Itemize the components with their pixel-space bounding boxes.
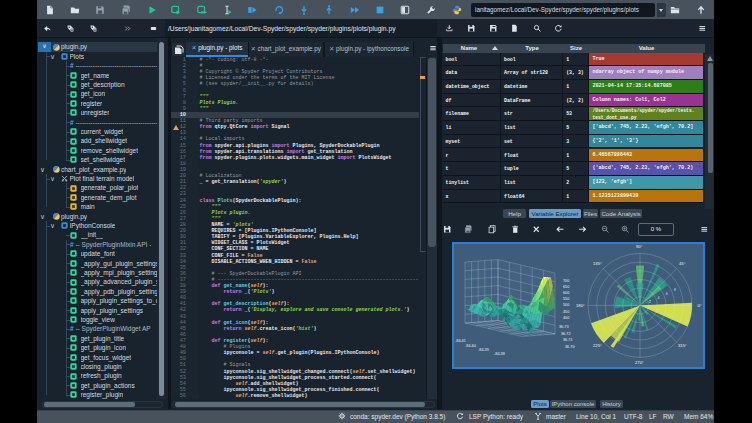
svg-text:36.72: 36.72 — [561, 332, 571, 336]
svg-text:500: 500 — [563, 303, 569, 307]
svg-text:450: 450 — [563, 310, 569, 314]
svg-text:700: 700 — [563, 279, 569, 283]
svg-text:600: 600 — [563, 291, 569, 295]
svg-text:36.71: 36.71 — [563, 338, 573, 342]
svg-text:0°: 0° — [697, 303, 701, 308]
svg-text:-84.39: -84.39 — [478, 348, 489, 352]
svg-text:225°: 225° — [593, 343, 602, 348]
svg-text:650: 650 — [563, 285, 569, 289]
svg-text:45°: 45° — [679, 261, 686, 266]
svg-text:-84.41: -84.41 — [455, 339, 466, 343]
svg-text:135°: 135° — [593, 261, 602, 266]
svg-text:180°: 180° — [576, 303, 585, 308]
svg-text:400: 400 — [563, 316, 569, 320]
svg-text:6: 6 — [665, 292, 667, 296]
svg-text:315°: 315° — [678, 343, 687, 348]
svg-text:36.70: 36.70 — [565, 345, 575, 349]
svg-text:270°: 270° — [635, 360, 644, 365]
svg-text:-84.38: -84.38 — [494, 352, 505, 356]
svg-text:4: 4 — [657, 296, 659, 300]
svg-text:2: 2 — [649, 300, 651, 304]
svg-text:8: 8 — [674, 288, 676, 292]
svg-text:550: 550 — [563, 297, 569, 301]
svg-text:90°: 90° — [636, 244, 643, 249]
svg-text:36.73: 36.73 — [559, 325, 569, 329]
svg-text:-84.40: -84.40 — [465, 344, 476, 348]
